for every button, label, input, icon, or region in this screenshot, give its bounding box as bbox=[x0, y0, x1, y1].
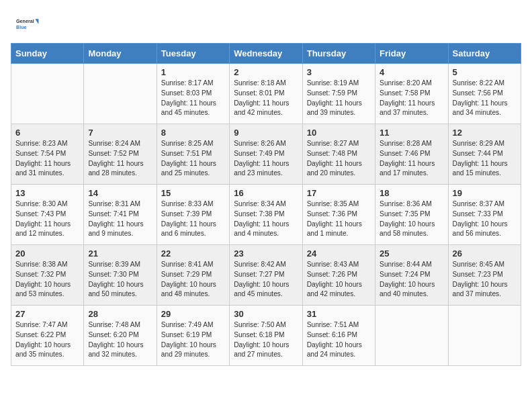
week-row-4: 20Sunrise: 8:38 AM Sunset: 7:32 PM Dayli… bbox=[11, 245, 521, 306]
calendar-cell: 31Sunrise: 7:51 AM Sunset: 6:16 PM Dayli… bbox=[302, 306, 375, 366]
calendar-cell: 30Sunrise: 7:50 AM Sunset: 6:18 PM Dayli… bbox=[230, 306, 302, 366]
calendar-cell: 5Sunrise: 8:22 AM Sunset: 7:56 PM Daylig… bbox=[448, 64, 521, 124]
day-info: Sunrise: 8:24 AM Sunset: 7:52 PM Dayligh… bbox=[88, 139, 152, 179]
day-number: 15 bbox=[161, 188, 225, 198]
day-number: 30 bbox=[234, 309, 298, 319]
header-day-friday: Friday bbox=[375, 44, 448, 64]
day-info: Sunrise: 8:19 AM Sunset: 7:59 PM Dayligh… bbox=[307, 79, 371, 118]
day-number: 19 bbox=[453, 188, 517, 198]
calendar-cell: 11Sunrise: 8:28 AM Sunset: 7:46 PM Dayli… bbox=[375, 124, 448, 185]
calendar-cell: 18Sunrise: 8:36 AM Sunset: 7:35 PM Dayli… bbox=[375, 185, 448, 245]
header-day-thursday: Thursday bbox=[302, 44, 375, 64]
calendar-cell: 13Sunrise: 8:30 AM Sunset: 7:43 PM Dayli… bbox=[11, 185, 84, 245]
calendar-cell: 12Sunrise: 8:29 AM Sunset: 7:44 PM Dayli… bbox=[448, 124, 521, 185]
day-number: 1 bbox=[161, 67, 225, 77]
day-info: Sunrise: 8:17 AM Sunset: 8:03 PM Dayligh… bbox=[161, 79, 225, 118]
day-info: Sunrise: 8:22 AM Sunset: 7:56 PM Dayligh… bbox=[453, 79, 517, 118]
calendar-cell: 14Sunrise: 8:31 AM Sunset: 7:41 PM Dayli… bbox=[84, 185, 157, 245]
day-number: 13 bbox=[15, 188, 79, 198]
day-info: Sunrise: 8:26 AM Sunset: 7:49 PM Dayligh… bbox=[234, 139, 298, 179]
calendar-cell: 21Sunrise: 8:39 AM Sunset: 7:30 PM Dayli… bbox=[84, 245, 157, 306]
day-info: Sunrise: 7:48 AM Sunset: 6:20 PM Dayligh… bbox=[88, 320, 152, 360]
calendar-cell: 25Sunrise: 8:44 AM Sunset: 7:24 PM Dayli… bbox=[375, 245, 448, 306]
day-number: 6 bbox=[15, 128, 79, 138]
day-number: 3 bbox=[307, 67, 371, 77]
header-day-sunday: Sunday bbox=[11, 44, 84, 64]
day-info: Sunrise: 8:42 AM Sunset: 7:27 PM Dayligh… bbox=[234, 260, 298, 300]
week-row-3: 13Sunrise: 8:30 AM Sunset: 7:43 PM Dayli… bbox=[11, 185, 521, 245]
day-info: Sunrise: 8:41 AM Sunset: 7:29 PM Dayligh… bbox=[161, 260, 225, 300]
calendar-cell bbox=[84, 64, 157, 124]
day-info: Sunrise: 8:39 AM Sunset: 7:30 PM Dayligh… bbox=[88, 260, 152, 300]
day-number: 9 bbox=[234, 128, 298, 138]
day-number: 24 bbox=[307, 248, 371, 259]
calendar-cell: 28Sunrise: 7:48 AM Sunset: 6:20 PM Dayli… bbox=[84, 306, 157, 366]
day-number: 16 bbox=[234, 188, 298, 198]
day-number: 11 bbox=[380, 128, 443, 138]
day-number: 27 bbox=[15, 309, 79, 319]
calendar-cell: 3Sunrise: 8:19 AM Sunset: 7:59 PM Daylig… bbox=[302, 64, 375, 124]
day-number: 31 bbox=[307, 309, 371, 319]
day-info: Sunrise: 8:45 AM Sunset: 7:23 PM Dayligh… bbox=[453, 260, 517, 300]
day-info: Sunrise: 8:27 AM Sunset: 7:48 PM Dayligh… bbox=[307, 139, 371, 179]
day-info: Sunrise: 8:23 AM Sunset: 7:54 PM Dayligh… bbox=[15, 139, 79, 179]
page-header: GeneralBlue bbox=[0, 0, 532, 40]
day-number: 28 bbox=[88, 309, 152, 319]
calendar-cell: 7Sunrise: 8:24 AM Sunset: 7:52 PM Daylig… bbox=[84, 124, 157, 185]
day-number: 12 bbox=[453, 128, 517, 138]
logo-icon: GeneralBlue bbox=[16, 12, 40, 36]
calendar-cell: 4Sunrise: 8:20 AM Sunset: 7:58 PM Daylig… bbox=[375, 64, 448, 124]
day-number: 4 bbox=[380, 67, 443, 77]
day-number: 14 bbox=[88, 188, 152, 198]
calendar-cell: 15Sunrise: 8:33 AM Sunset: 7:39 PM Dayli… bbox=[157, 185, 229, 245]
day-number: 22 bbox=[161, 248, 225, 259]
header-day-wednesday: Wednesday bbox=[230, 44, 302, 64]
day-number: 7 bbox=[88, 128, 152, 138]
calendar-cell: 22Sunrise: 8:41 AM Sunset: 7:29 PM Dayli… bbox=[157, 245, 229, 306]
day-number: 18 bbox=[380, 188, 443, 198]
calendar-wrapper: SundayMondayTuesdayWednesdayThursdayFrid… bbox=[0, 40, 532, 377]
day-info: Sunrise: 7:49 AM Sunset: 6:19 PM Dayligh… bbox=[161, 320, 225, 360]
day-info: Sunrise: 8:35 AM Sunset: 7:36 PM Dayligh… bbox=[307, 199, 371, 239]
header-day-monday: Monday bbox=[84, 44, 157, 64]
calendar-cell: 6Sunrise: 8:23 AM Sunset: 7:54 PM Daylig… bbox=[11, 124, 84, 185]
day-info: Sunrise: 7:51 AM Sunset: 6:16 PM Dayligh… bbox=[307, 320, 371, 360]
calendar-cell: 16Sunrise: 8:34 AM Sunset: 7:38 PM Dayli… bbox=[230, 185, 302, 245]
day-number: 26 bbox=[453, 248, 517, 259]
week-row-2: 6Sunrise: 8:23 AM Sunset: 7:54 PM Daylig… bbox=[11, 124, 521, 185]
calendar-cell: 27Sunrise: 7:47 AM Sunset: 6:22 PM Dayli… bbox=[11, 306, 84, 366]
calendar-cell bbox=[375, 306, 448, 366]
day-number: 10 bbox=[307, 128, 371, 138]
day-info: Sunrise: 8:44 AM Sunset: 7:24 PM Dayligh… bbox=[380, 260, 443, 300]
day-number: 29 bbox=[161, 309, 225, 319]
calendar-cell: 1Sunrise: 8:17 AM Sunset: 8:03 PM Daylig… bbox=[157, 64, 229, 124]
day-info: Sunrise: 8:36 AM Sunset: 7:35 PM Dayligh… bbox=[380, 199, 443, 239]
calendar-cell: 19Sunrise: 8:37 AM Sunset: 7:33 PM Dayli… bbox=[448, 185, 521, 245]
calendar-header: SundayMondayTuesdayWednesdayThursdayFrid… bbox=[11, 44, 521, 64]
svg-marker-2 bbox=[35, 19, 38, 24]
logo: GeneralBlue bbox=[16, 12, 40, 36]
svg-text:Blue: Blue bbox=[16, 24, 27, 30]
calendar-cell: 26Sunrise: 8:45 AM Sunset: 7:23 PM Dayli… bbox=[448, 245, 521, 306]
svg-text:General: General bbox=[16, 18, 34, 24]
day-info: Sunrise: 8:25 AM Sunset: 7:51 PM Dayligh… bbox=[161, 139, 225, 179]
header-day-saturday: Saturday bbox=[448, 44, 521, 64]
day-info: Sunrise: 8:31 AM Sunset: 7:41 PM Dayligh… bbox=[88, 199, 152, 239]
day-info: Sunrise: 7:50 AM Sunset: 6:18 PM Dayligh… bbox=[234, 320, 298, 360]
day-info: Sunrise: 8:38 AM Sunset: 7:32 PM Dayligh… bbox=[15, 260, 79, 300]
calendar-cell bbox=[11, 64, 84, 124]
week-row-1: 1Sunrise: 8:17 AM Sunset: 8:03 PM Daylig… bbox=[11, 64, 521, 124]
day-info: Sunrise: 7:47 AM Sunset: 6:22 PM Dayligh… bbox=[15, 320, 79, 360]
day-info: Sunrise: 8:18 AM Sunset: 8:01 PM Dayligh… bbox=[234, 79, 298, 118]
calendar-cell: 23Sunrise: 8:42 AM Sunset: 7:27 PM Dayli… bbox=[230, 245, 302, 306]
day-info: Sunrise: 8:33 AM Sunset: 7:39 PM Dayligh… bbox=[161, 199, 225, 239]
day-info: Sunrise: 8:30 AM Sunset: 7:43 PM Dayligh… bbox=[15, 199, 79, 239]
day-info: Sunrise: 8:28 AM Sunset: 7:46 PM Dayligh… bbox=[380, 139, 443, 179]
calendar-cell: 2Sunrise: 8:18 AM Sunset: 8:01 PM Daylig… bbox=[230, 64, 302, 124]
header-row: SundayMondayTuesdayWednesdayThursdayFrid… bbox=[11, 44, 521, 64]
day-number: 5 bbox=[453, 67, 517, 77]
day-number: 2 bbox=[234, 67, 298, 77]
day-number: 17 bbox=[307, 188, 371, 198]
calendar-cell: 9Sunrise: 8:26 AM Sunset: 7:49 PM Daylig… bbox=[230, 124, 302, 185]
day-number: 25 bbox=[380, 248, 443, 259]
